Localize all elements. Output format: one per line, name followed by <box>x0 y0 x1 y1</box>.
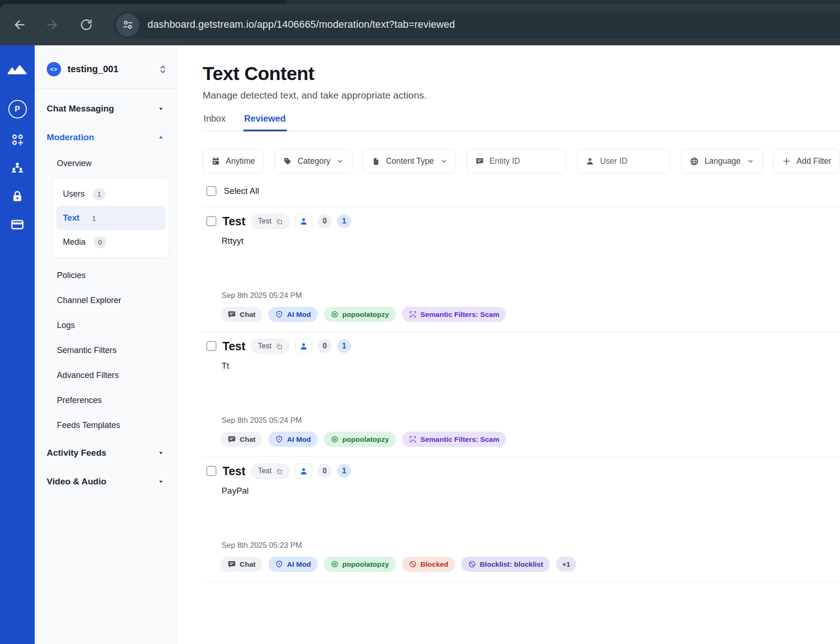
item-content-text: PayPal <box>222 486 840 496</box>
entity-pill-label: Test <box>258 467 272 475</box>
moderation-item: Test Test 0 1 Tt Sep 8th 2025 05:24 PM C… <box>203 332 840 457</box>
browser-chrome: dashboard.getstream.io/app/1406665/moder… <box>0 0 840 45</box>
sidebar-item-moderation[interactable]: Moderation <box>47 124 169 151</box>
item-header: Test Test 0 1 <box>206 463 840 479</box>
forward-icon[interactable] <box>43 17 60 33</box>
user-id-filter[interactable]: User ID <box>577 149 670 173</box>
item-checkbox[interactable] <box>206 216 216 226</box>
count-gray-badge: 0 <box>318 214 332 228</box>
nav-label: Chat Messaging <box>47 104 114 114</box>
sidebar-item-chat-messaging[interactable]: Chat Messaging <box>47 95 169 122</box>
url-text[interactable]: dashboard.getstream.io/app/1406665/moder… <box>148 19 455 31</box>
sidebar-item-feeds-templates[interactable]: Feeds Templates <box>47 413 169 438</box>
eye-icon <box>331 435 339 443</box>
item-timestamp: Sep 8th 2025 05:24 PM <box>222 291 840 300</box>
nav-label: Overview <box>57 159 92 168</box>
tag-label: Semantic Filters: Scam <box>420 435 500 444</box>
sidebar-item-semantic-filters[interactable]: Semantic Filters <box>47 338 169 363</box>
chat-bubble-icon <box>228 560 236 569</box>
file-icon <box>372 157 380 166</box>
chat-bubble-icon <box>228 435 236 444</box>
page-title: Text Content <box>203 63 840 85</box>
content-type-filter[interactable]: Content Type <box>363 149 456 173</box>
calendar-icon <box>211 157 220 166</box>
entity-pill[interactable]: Test <box>251 339 290 354</box>
entity-pill[interactable]: Test <box>251 464 290 479</box>
eye-icon <box>331 310 339 318</box>
sidebar-item-activity-feeds[interactable]: Activity Feeds <box>47 440 169 466</box>
chevron-down-icon <box>158 479 164 484</box>
grid-plus-icon[interactable] <box>11 133 25 147</box>
user-badge[interactable] <box>295 463 312 479</box>
category-filter[interactable]: Category <box>274 149 352 173</box>
sidebar-item-channel-explorer[interactable]: Channel Explorer <box>47 288 169 313</box>
chevron-up-icon <box>158 135 164 140</box>
chevron-down-icon <box>747 158 754 165</box>
count-gray-badge: 0 <box>318 464 332 478</box>
user-icon <box>299 217 308 226</box>
sidebar-item-text[interactable]: Text1 <box>56 206 165 230</box>
select-all-row: Select All <box>206 186 840 196</box>
sidebar-item-users[interactable]: Users1 <box>56 182 165 206</box>
filter-label: User ID <box>600 156 627 166</box>
select-all-checkbox[interactable] <box>206 186 216 196</box>
nav-label: Policies <box>57 271 86 280</box>
user-icon <box>299 342 308 351</box>
tag-label: Blocked <box>420 560 448 569</box>
tag-label: AI Mod <box>287 310 311 319</box>
globe-icon <box>690 157 699 166</box>
item-timestamp: Sep 8th 2025 05:23 PM <box>222 541 840 550</box>
item-checkbox[interactable] <box>206 466 216 476</box>
copy-icon <box>276 218 283 225</box>
entity-pill[interactable]: Test <box>251 214 290 229</box>
workspace-selector[interactable]: <> testing_001 <box>47 62 169 76</box>
add-filter-filter[interactable]: Add Filter <box>773 149 840 173</box>
filter-label: Entity ID <box>489 156 520 166</box>
sidebar-item-preferences[interactable]: Preferences <box>47 388 169 413</box>
stream-logo-icon[interactable] <box>7 63 28 77</box>
entity-id-filter[interactable]: Entity ID <box>467 149 566 173</box>
sidebar-item-overview[interactable]: Overview <box>47 151 169 176</box>
nav-label: Preferences <box>57 396 102 405</box>
sidebar-item-policies[interactable]: Policies <box>47 263 169 288</box>
avatar[interactable]: P <box>8 100 27 118</box>
filter-label: Add Filter <box>797 156 831 166</box>
tag-ai-mod: AI Mod <box>268 432 318 447</box>
tab-reviewed[interactable]: Reviewed <box>243 113 287 131</box>
tag-popoolatopzy: popoolatopzy <box>324 307 396 322</box>
sidebar-item-logs[interactable]: Logs <box>47 313 169 338</box>
sort-chevrons-icon[interactable] <box>159 65 167 74</box>
tag-popoolatopzy: popoolatopzy <box>324 557 396 572</box>
user-badge[interactable] <box>295 338 312 354</box>
shield-icon <box>275 310 283 318</box>
count-blue-badge: 1 <box>337 214 351 228</box>
filter-label: Language <box>704 156 741 166</box>
plus-icon <box>782 157 791 166</box>
address-bar[interactable]: dashboard.getstream.io/app/1406665/moder… <box>114 12 840 38</box>
site-settings-icon[interactable] <box>116 13 139 37</box>
main-content: Text Content Manage detected text, and t… <box>177 45 840 644</box>
page-subtitle: Manage detected text, and take appropria… <box>203 90 840 101</box>
billing-card-icon[interactable] <box>10 217 25 232</box>
tag-label: popoolatopzy <box>342 310 389 319</box>
tab-inbox[interactable]: Inbox <box>203 113 227 131</box>
card-row-label: Users <box>63 189 85 199</box>
sidebar-item-media[interactable]: Media0 <box>56 230 165 254</box>
sidebar-item-video-audio[interactable]: Video & Audio <box>47 468 169 495</box>
anytime-filter[interactable]: Anytime <box>203 149 264 173</box>
chevron-down-icon <box>337 158 344 165</box>
back-icon[interactable] <box>11 17 28 33</box>
tag-label: Semantic Filters: Scam <box>420 310 500 319</box>
item-tags: ChatAI ModpopoolatopzySemantic Filters: … <box>221 432 840 447</box>
reload-icon[interactable] <box>78 17 94 33</box>
tag-label: popoolatopzy <box>342 435 389 444</box>
lock-icon[interactable] <box>11 190 24 203</box>
language-filter[interactable]: Language <box>681 149 763 173</box>
team-icon[interactable] <box>10 161 25 175</box>
tag-1[interactable]: +1 <box>556 557 576 572</box>
user-badge[interactable] <box>295 213 312 229</box>
sidebar-item-advanced-filters[interactable]: Advanced Filters <box>47 363 169 388</box>
item-checkbox[interactable] <box>206 341 216 351</box>
filter-bar: AnytimeCategoryContent TypeEntity IDUser… <box>203 149 840 173</box>
item-content-text: Tt <box>222 361 840 371</box>
